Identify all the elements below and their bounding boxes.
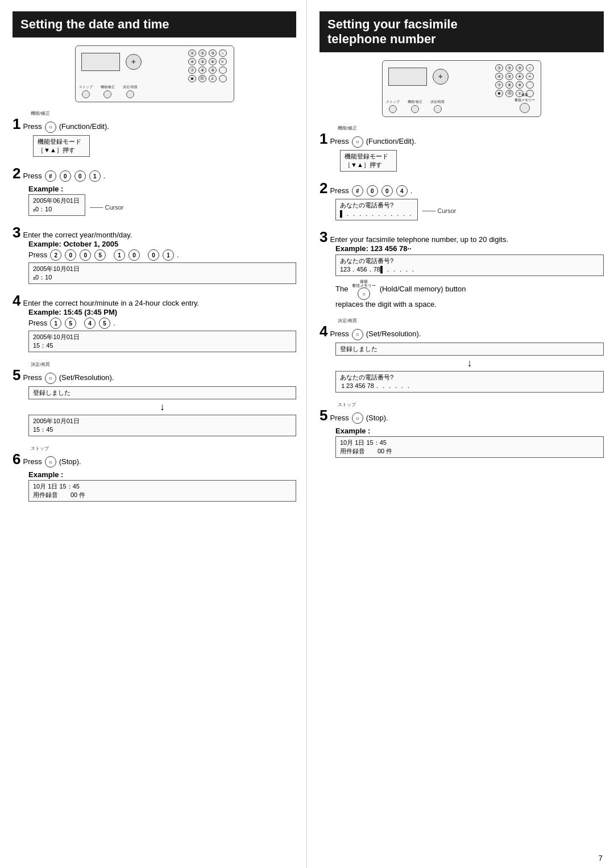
left-step6-after: (Stop). <box>59 457 81 466</box>
right-step3-hold-after2: replaces the digit with a space. <box>335 300 437 308</box>
right-step-2: 2 Press # 0 0 4 . あなたの電話番号?▌．．．．．．．．．．． … <box>320 181 604 221</box>
left-step4-row: 4 Enter the correct hour/minute in a 24-… <box>13 293 296 308</box>
page-number: 7 <box>599 854 603 862</box>
right-step4-box1: 登録しました <box>335 343 604 356</box>
left-step2-0a: 0 <box>60 170 71 182</box>
rkey-4: ④ <box>495 73 503 80</box>
key-5: ⑤ <box>198 58 206 65</box>
right-step2-0a: 0 <box>367 185 378 197</box>
right-step1-box: 機能登録モード［▼▲］押す <box>340 150 397 172</box>
stop-btn <box>82 90 90 98</box>
right-step2-cursor-line: ─── Cursor <box>422 207 456 214</box>
left-section: Setting the date and time ✛ ① ② ③ ○ ④ ⑤ … <box>0 0 307 868</box>
left-step2-press: Press <box>23 172 42 180</box>
right-step5-sublabel: ストップ <box>338 402 604 408</box>
key-9: ⑨ <box>209 66 217 74</box>
left-step3-row: 3 Enter the correct year/month/day. <box>13 225 296 240</box>
left-step3-details: Example: October 1, 2005 Press 2 0 0 5 1… <box>28 240 296 284</box>
left-step3-bold: Example: October 1, 2005 <box>28 240 296 248</box>
right-step-1: 機能/修正 1 Press ○ (Function/Edit). 機能登録モード… <box>320 125 604 172</box>
left-step4-details: Example: 15:45 (3:45 PM) Press 1 5 4 5 .… <box>28 308 296 352</box>
right-step3-bold: Example: 123 456 78·· <box>335 244 604 253</box>
left-step3-text: Enter the correct year/month/day. <box>23 231 132 239</box>
right-step5-row: 5 Press ○ (Stop). <box>320 408 604 424</box>
left-step3-1: 1 <box>114 249 125 261</box>
left-step-2: 2 Press # 0 0 1 . Example : 2005年06月01日₂… <box>13 166 296 216</box>
left-step5-after: (Set/Resolution). <box>59 373 114 382</box>
rkey-1: ① <box>495 64 503 72</box>
left-step1-num: 1 <box>13 116 20 131</box>
right-step1-display: 機能登録モード［▼▲］押す <box>320 150 604 172</box>
right-title2: telephone number <box>327 32 436 46</box>
right-step3-hold-label: 保留着信メモリー <box>352 279 376 287</box>
left-step2-num: 2 <box>13 166 20 181</box>
key-6: ⑥ <box>209 58 217 65</box>
right-step1-press: Press <box>330 137 349 145</box>
rkey-8: ⑧ <box>505 81 513 89</box>
left-step6-example-label: Example : <box>28 470 63 479</box>
right-step1-sublabel: 機能/修正 <box>338 125 604 131</box>
key-circle: ○ <box>219 49 227 57</box>
right-step4-box2: あなたの電話番号?１23 456 78．．．．．． <box>335 371 604 393</box>
hold-btn-group: 保留着信メモリー <box>515 93 535 113</box>
right-step2-0b: 0 <box>381 185 393 197</box>
right-section: Setting your facsimile telephone number … <box>307 0 614 868</box>
key-4: ④ <box>188 58 196 65</box>
right-step2-display-area: あなたの電話番号?▌．．．．．．．．．．． ─── Cursor <box>335 199 604 220</box>
hold-btn <box>520 103 530 113</box>
right-step5-example-label: Example : <box>335 427 370 435</box>
right-device-diagram: ✛ ① ② ③ ○ ④ ⑤ ⑥ ≡ ⑦ ⑧ ⑨ ✱ ⓪ # <box>320 60 604 120</box>
left-step6-circle: ○ <box>45 456 56 468</box>
rstop-btn <box>389 105 397 113</box>
left-step3-0b: 0 <box>80 249 91 261</box>
right-step1-num: 1 <box>320 131 327 146</box>
right-step2-row: 2 Press # 0 0 4 . <box>320 181 604 197</box>
left-step2-hash: # <box>45 170 56 182</box>
rset-btn <box>434 105 442 113</box>
left-step-3: 3 Enter the correct year/month/day. Exam… <box>13 225 296 284</box>
right-step2-4: 4 <box>396 185 408 197</box>
left-step3-box: 2005年10月01日₂0：10 <box>28 262 296 284</box>
left-step3-5: 5 <box>94 249 106 261</box>
left-step6-sublabel: ストップ <box>31 445 296 452</box>
set-btn-group: 決定/画質 <box>123 85 138 98</box>
rkey-2: ② <box>505 64 513 72</box>
device-nav-right: ✛ <box>433 69 449 85</box>
right-step4-row: 4 Press ○ (Set/Resolution). <box>320 324 604 340</box>
right-step2-press: Press <box>330 186 349 195</box>
right-step-5: ストップ 5 Press ○ (Stop). Example : 10月 1日 … <box>320 402 604 458</box>
key-eq: ≡ <box>219 58 227 65</box>
right-title1: Setting your facsimile <box>327 17 458 31</box>
func-btn-group: 機能/修正 <box>101 85 115 98</box>
set-label: 決定/画質 <box>123 85 138 90</box>
rfunc-btn-group: 機能/修正 <box>408 99 422 113</box>
rfunc-btn <box>411 105 419 113</box>
left-step-1: 機能/修正 1 Press ○ (Function/Edit). 機能登録モード… <box>13 110 296 157</box>
rstop-btn-group: ストップ <box>386 99 400 113</box>
left-step4-num: 4 <box>13 293 20 308</box>
rset-btn-group: 決定/画質 <box>430 99 445 113</box>
rkey-3: ③ <box>516 64 524 72</box>
left-step4-dot: . <box>113 319 115 327</box>
left-step6-press: Press <box>23 457 42 466</box>
left-step-5: 決定/画質 5 Press ○ (Set/Resolution). 登録しました… <box>13 361 296 436</box>
right-step1-circle: ○ <box>352 136 363 148</box>
key-7: ⑦ <box>188 66 196 74</box>
left-step5-box1: 登録しました <box>28 386 296 399</box>
right-step4-circle: ○ <box>352 329 363 340</box>
left-step1-row: 1 Press ○ (Function/Edit). <box>13 116 296 133</box>
left-step3-dot: . <box>177 251 179 259</box>
hold-label: 保留着信メモリー <box>515 93 535 103</box>
left-step4-box: 2005年10月01日15：45 <box>28 331 296 352</box>
right-step2-cursor-area: ─── Cursor <box>422 206 456 215</box>
left-step5-display: 登録しました ↓ 2005年10月01日15：45 <box>28 386 296 436</box>
left-title: Setting the date and time <box>13 11 296 37</box>
right-step3-hold-after: (Hold/Call memory) button <box>380 285 466 293</box>
left-step3-1b: 1 <box>163 249 174 261</box>
right-step5-circle: ○ <box>352 412 363 424</box>
left-step4-keys-row: Press 1 5 4 5 . <box>28 318 296 329</box>
right-step5-press: Press <box>330 414 349 422</box>
left-step1-after: (Function/Edit). <box>59 122 109 131</box>
key-8: ⑧ <box>198 66 206 74</box>
left-step1-press: Press <box>23 122 42 131</box>
